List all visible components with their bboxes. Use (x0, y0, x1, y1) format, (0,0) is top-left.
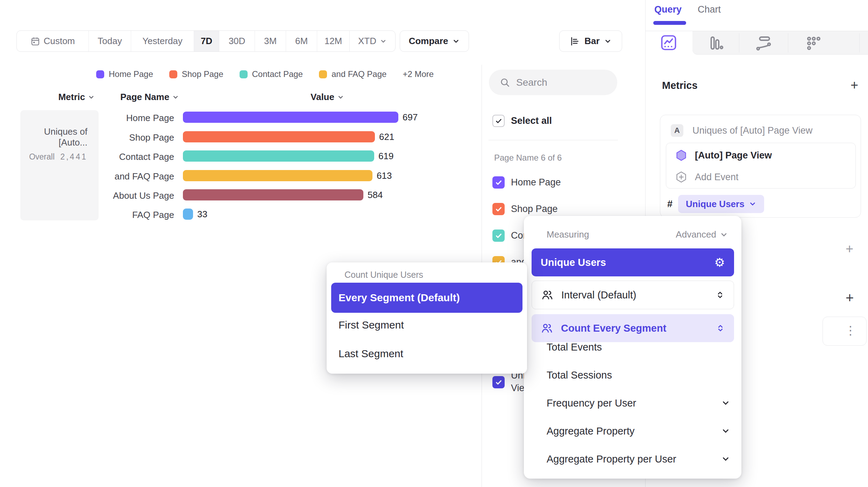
funnel-bars-icon (707, 47, 725, 53)
legend-item[interactable]: Shop Page (169, 69, 223, 79)
chevron-down-icon (749, 200, 756, 208)
legend-swatch (169, 70, 177, 78)
horizontal-bar-chart-icon (570, 36, 580, 47)
bar-faq-page[interactable] (183, 209, 193, 220)
report-tab-funnels[interactable] (707, 34, 725, 53)
metric-title: Uniques of [Auto... (20, 126, 87, 148)
count-unique-users-popup: Count Unique Users Every Segment (Defaul… (327, 262, 527, 374)
row-label: Shop Page (87, 132, 174, 143)
count-option-every-segment[interactable]: Every Segment (Default) (331, 283, 522, 313)
date-range-custom[interactable]: Custom (17, 31, 88, 51)
metrics-header: Metrics (662, 80, 698, 91)
report-tab-insights[interactable] (660, 34, 678, 53)
metric-summary-cell[interactable]: Uniques of [Auto... Overall 2,441 (20, 110, 99, 220)
date-range-segmented-control: Custom Today Yesterday 7D 30D 3M 6M 12M … (16, 30, 396, 52)
measuring-option-total-events[interactable]: Total Events (547, 341, 727, 353)
bar-contact-page[interactable] (183, 150, 374, 162)
gear-icon[interactable]: ⚙ (714, 255, 725, 269)
checkbox[interactable] (492, 230, 505, 242)
add-metric-button[interactable]: + (851, 78, 858, 93)
add-event-label: Add Event (695, 172, 739, 183)
column-header-value[interactable]: Value (292, 92, 362, 103)
search-icon (499, 77, 511, 88)
report-tab-retention[interactable] (805, 34, 822, 53)
legend-item[interactable]: and FAQ Page (319, 69, 386, 79)
metric-card[interactable]: A Uniques of [Auto] Page View [Auto] Pag… (660, 115, 861, 218)
insights-chart-icon (660, 47, 678, 53)
chevron-down-icon (721, 454, 730, 464)
active-tab-underline (653, 21, 686, 25)
bar-shop-page[interactable] (183, 131, 375, 142)
checkbox[interactable] (492, 203, 505, 215)
chevron-down-icon (337, 94, 344, 101)
date-range-7d[interactable]: 7D (194, 31, 219, 51)
add-event-row[interactable]: Add Event (675, 171, 739, 183)
measuring-interval-select[interactable]: Interval (Default) (532, 281, 734, 309)
add-breakdown-button[interactable]: + (846, 290, 854, 306)
measure-chip[interactable]: Unique Users (678, 195, 764, 213)
legend-item[interactable]: Home Page (96, 69, 153, 79)
row-label: Home Page (87, 113, 174, 123)
measuring-option-aggregate-property[interactable]: Aggregate Property (547, 425, 730, 437)
count-option-last-segment[interactable]: Last Segment (339, 348, 403, 360)
date-range-yesterday[interactable]: Yesterday (131, 31, 194, 51)
legend-more[interactable]: +2 More (403, 69, 434, 79)
calendar-icon (30, 36, 40, 46)
bar-and-faq-page[interactable] (183, 170, 372, 181)
checkbox[interactable] (492, 376, 505, 388)
chevron-down-icon (172, 94, 179, 101)
chevron-down-icon (88, 94, 95, 101)
legend-swatch (319, 70, 327, 78)
measuring-count-mode-select[interactable]: Count Every Segment (532, 314, 734, 342)
series-item-home-page[interactable]: Home Page (492, 176, 561, 189)
report-tab-flows[interactable] (755, 34, 772, 53)
advanced-toggle[interactable]: Advanced (676, 229, 728, 240)
list-divider (489, 140, 618, 140)
column-header-metric[interactable]: Metric (42, 92, 112, 103)
measuring-option-unique-users[interactable]: Unique Users ⚙ (532, 248, 734, 276)
flows-icon (755, 47, 772, 53)
chevron-down-icon (721, 398, 730, 408)
date-range-today[interactable]: Today (88, 31, 131, 51)
event-row[interactable]: [Auto] Page View (675, 149, 772, 161)
bar-value: 613 (377, 170, 392, 181)
date-range-label: Custom (44, 36, 75, 47)
column-header-page-name[interactable]: Page Name (115, 92, 185, 103)
bar-value: 621 (379, 132, 394, 142)
metric-overall-label: Overall (29, 152, 55, 161)
chevron-down-icon (720, 231, 728, 239)
date-range-3m[interactable]: 3M (255, 31, 286, 51)
metric-card-title: Uniques of [Auto] Page View (692, 125, 812, 136)
count-option-first-segment[interactable]: First Segment (339, 319, 404, 331)
tab-chart[interactable]: Chart (698, 4, 721, 15)
select-all-checkbox[interactable] (492, 115, 505, 127)
legend-item[interactable]: Contact Page (240, 69, 303, 79)
measuring-option-aggregate-property-per-user[interactable]: Aggregate Property per User (547, 453, 730, 465)
search-input[interactable]: Search (489, 70, 617, 95)
select-all-row[interactable]: Select all (492, 115, 552, 127)
measuring-option-frequency-per-user[interactable]: Frequency per User (547, 397, 730, 409)
search-placeholder: Search (516, 77, 547, 88)
row-label: and FAQ Page (87, 171, 174, 182)
date-range-xtd[interactable]: XTD (349, 31, 395, 51)
add-filter-button[interactable]: + (846, 241, 853, 256)
compare-button[interactable]: Compare (400, 30, 469, 52)
date-range-6m[interactable]: 6M (286, 31, 317, 51)
bar-value: 584 (368, 190, 383, 200)
metric-letter-badge: A (671, 124, 683, 137)
tab-query[interactable]: Query (654, 4, 682, 15)
select-arrows-icon (716, 324, 725, 333)
bar-home-page[interactable] (183, 112, 398, 123)
date-range-12m[interactable]: 12M (317, 31, 349, 51)
checkbox[interactable] (492, 176, 505, 189)
chevron-down-icon (604, 37, 612, 45)
bar-about-us-page[interactable] (183, 189, 363, 200)
users-icon (541, 322, 553, 334)
series-item-shop-page[interactable]: Shop Page (492, 203, 558, 215)
row-label: About Us Page (87, 190, 174, 201)
chart-type-dropdown[interactable]: Bar (559, 30, 622, 52)
date-range-30d[interactable]: 30D (219, 31, 255, 51)
count-popup-header: Count Unique Users (344, 270, 423, 280)
measuring-option-total-sessions[interactable]: Total Sessions (547, 369, 727, 381)
overflow-dots-icon[interactable]: ⋮ (845, 323, 856, 337)
